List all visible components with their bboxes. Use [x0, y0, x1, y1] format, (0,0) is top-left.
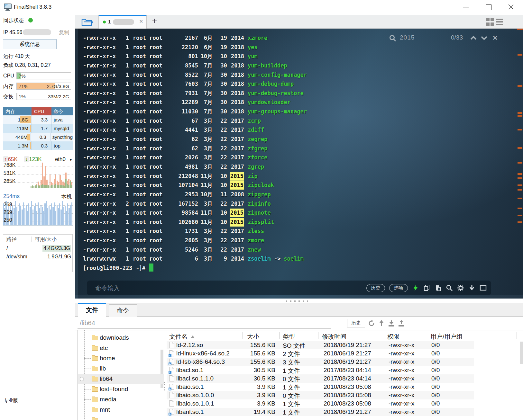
graph-bar	[44, 203, 45, 225]
process-mem: 1.3M	[3, 141, 32, 150]
file-perm: -rwxr-xr-x	[389, 392, 414, 399]
file-perm: -rwxr-xr-x	[389, 375, 414, 382]
gear-icon[interactable]	[457, 284, 464, 291]
header-2[interactable]: 类型	[283, 333, 295, 341]
command-input-bar[interactable]: 命令输入 历史 选项	[87, 281, 491, 295]
up-dir-icon[interactable]	[378, 320, 385, 327]
terminal-output: -rwxr-xr-x1root root21676月192014xzmore-r…	[83, 33, 307, 273]
graph-bar	[51, 203, 52, 225]
history-button[interactable]: 历史	[366, 284, 385, 292]
tree-item-etc[interactable]: etc	[78, 343, 164, 353]
tree-item-partial[interactable]	[78, 415, 164, 420]
copy-icon[interactable]	[423, 284, 430, 291]
tab-files[interactable]: 文件	[78, 303, 106, 317]
axis-label: 768K	[4, 162, 15, 168]
tree-item-home[interactable]: home	[78, 353, 164, 364]
upload-file-icon[interactable]	[398, 320, 405, 327]
process-row[interactable]: 113M1.7mysqld	[3, 124, 73, 133]
terminal-line: -rwxr-xr-x1root root9858411月102015zipnot…	[83, 208, 307, 218]
terminal-line: -rwxr-xr-x1root root21204811月102015zip	[83, 172, 307, 181]
lightning-icon[interactable]	[412, 284, 419, 291]
chevron-down-icon[interactable]: ▼	[69, 157, 73, 162]
file-row[interactable]: ld-lsb-x86-64.so.3155.6 KB3 文件2018/06/19…	[167, 358, 474, 366]
ping-graph: 268259250	[3, 201, 73, 226]
search-next-icon[interactable]	[481, 36, 488, 40]
col-path: 路径	[3, 237, 32, 242]
file-row[interactable]: libacl.so.130.5 KB1 文件2017/08/23 04:14-r…	[167, 366, 474, 374]
interface-select[interactable]: eth0	[55, 156, 66, 163]
search-input[interactable]: 2015 0/33	[399, 33, 463, 42]
symlink-badge-icon	[169, 362, 171, 365]
process-row[interactable]: 446M0.3syncthing	[3, 133, 73, 141]
new-tab-button[interactable]: +	[152, 16, 157, 26]
graph-bar	[33, 186, 35, 188]
splitter-handle[interactable]	[286, 300, 308, 302]
paste-icon[interactable]	[435, 284, 442, 291]
file-row[interactable]: libaio.so.13.9 KB1 文件2010/08/23 05:08-rw…	[167, 383, 474, 391]
search-tool-icon[interactable]	[446, 284, 453, 291]
window-icon[interactable]	[480, 284, 487, 291]
tree-item-lib[interactable]: lib	[78, 364, 164, 374]
pane-splitter[interactable]	[75, 299, 523, 303]
terminal[interactable]: -rwxr-xr-x1root root21676月192014xzmore-r…	[75, 29, 523, 299]
refresh-icon[interactable]	[368, 320, 375, 327]
search-prev-icon[interactable]	[470, 36, 477, 40]
tab-close-icon[interactable]: ✕	[139, 19, 143, 24]
graph-bar	[18, 211, 19, 225]
graph-bar	[67, 203, 68, 225]
column-divider	[427, 332, 427, 339]
file-type: 0 文件	[283, 375, 300, 383]
system-info-button[interactable]: 系统信息	[3, 39, 57, 49]
file-row[interactable]: libacl.so.1.1.030.5 KB0 文件2017/08/23 04:…	[167, 374, 474, 383]
search-match-marker	[518, 147, 522, 149]
disk-row[interactable]: /dev/shm1.9G/1.9G	[3, 253, 72, 261]
content: 1 ✕ + -rwxr-xr-x1root root21676月192014xz…	[75, 15, 523, 420]
header-1[interactable]: 大小	[247, 333, 259, 341]
expand-icon[interactable]	[80, 377, 84, 381]
layout-grid-icon[interactable]	[486, 18, 494, 26]
tree-item-lib64[interactable]: lib64	[78, 374, 164, 384]
file-row[interactable]: libaio.so.1.0.13.9 KB1 文件2010/08/23 05:0…	[167, 399, 474, 408]
open-folder-icon[interactable]	[81, 17, 93, 27]
file-icon	[169, 400, 174, 407]
copy-ip-button[interactable]: 复制	[59, 29, 69, 36]
search-close-icon[interactable]: ✕	[492, 34, 498, 42]
file-row[interactable]: ld-2.12.so155.6 KBSO 文件2018/06/19 21:27-…	[167, 341, 474, 349]
file-row[interactable]: libanl.so.119.4 KB1 文件2018/06/19 21:27-r…	[167, 408, 474, 416]
header-0[interactable]: 文件名	[169, 333, 195, 341]
download-file-icon[interactable]	[388, 320, 395, 327]
tree-item-media[interactable]: media	[78, 395, 164, 405]
tree-item-lost+found[interactable]: lost+found	[78, 384, 164, 395]
terminal-tab[interactable]: 1 ✕	[98, 15, 147, 29]
terminal-line: -rwxr-xr-x1root root52463月222017znew	[83, 245, 307, 255]
file-row[interactable]: libaio.so.1.0.03.9 KB0 文件2010/08/23 05:0…	[167, 391, 474, 399]
file-row[interactable]: ld-linux-x86-64.so.2155.6 KB2 文件2018/06/…	[167, 349, 474, 358]
table-scrollbar[interactable]	[520, 342, 523, 364]
menu-icon[interactable]	[496, 18, 503, 25]
file-mtime: 2018/06/19 21:27	[324, 408, 371, 416]
tree-item-downloads[interactable]: downloads	[78, 333, 164, 343]
process-row[interactable]: 1.8G3.3java	[3, 115, 73, 124]
tab-commands[interactable]: 命令	[109, 304, 137, 317]
process-cmd: mysqld	[51, 124, 73, 133]
path-input[interactable]: /lib64	[80, 319, 95, 327]
path-history-button[interactable]: 历史	[347, 319, 365, 327]
terminal-line: -rwxr-xr-x2root root1671523月222017zipinf…	[83, 199, 307, 209]
close-button[interactable]	[503, 0, 518, 13]
maximize-button[interactable]	[481, 0, 496, 13]
process-row[interactable]: 1.3M0.3top	[3, 141, 73, 150]
tree-item-mnt[interactable]: mnt	[78, 405, 164, 415]
download-arrow-icon[interactable]	[468, 284, 475, 291]
header-4[interactable]: 权限	[387, 333, 399, 341]
graph-bar	[38, 202, 39, 225]
file-perm: -rwxr-xr-x	[389, 383, 414, 390]
graph-bar	[71, 185, 72, 188]
load-average: 负载 0.28, 0.31, 0.27	[3, 62, 51, 69]
header-5[interactable]: 用户/用户组	[430, 333, 463, 341]
graph-bar	[57, 205, 58, 225]
panel-splitter-handle[interactable]	[164, 382, 165, 392]
disk-row[interactable]: /4.4G/23.3G	[3, 244, 72, 253]
options-button[interactable]: 选项	[389, 284, 408, 292]
minimize-button[interactable]	[458, 0, 473, 13]
header-3[interactable]: 修改时间	[322, 333, 346, 341]
